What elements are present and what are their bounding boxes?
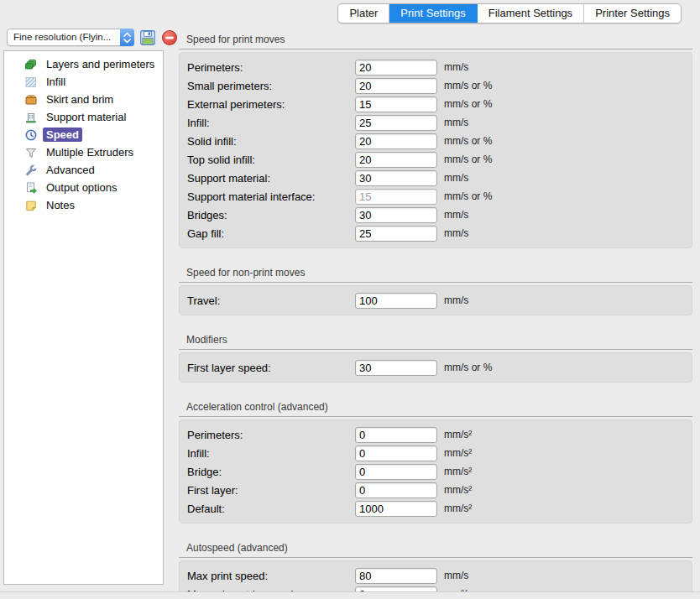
settings-tabbar: PlaterPrint SettingsFilament SettingsPri… [337, 3, 682, 23]
section-box: Travel:mm/s [179, 285, 692, 315]
settings-category-list: Layers and perimetersInfillSkirt and bri… [3, 50, 164, 585]
setting-row-infill: Infill:mm/s [180, 113, 692, 132]
section-box: Perimeters:mm/sSmall perimeters:mm/s or … [179, 52, 692, 248]
setting-label: Max print speed: [187, 570, 355, 582]
setting-row-support-material: Support material:mm/s [180, 169, 692, 187]
notes-icon [24, 199, 38, 212]
output-icon [24, 181, 38, 195]
field-bridges[interactable] [355, 207, 437, 223]
unit-label: mm/s or % [444, 98, 492, 110]
advanced-icon [24, 164, 38, 177]
sidebar-item-skirt-and-brim[interactable]: Skirt and brim [4, 91, 163, 108]
setting-label: Gap fill: [187, 227, 355, 240]
setting-label: Bridge: [187, 466, 355, 478]
field-gap-fill[interactable] [355, 226, 437, 242]
section-speed-for-non-print-moves: Speed for non-print movesTravel:mm/s [179, 267, 692, 315]
setting-row-external-perimeters: External perimeters:mm/s or % [180, 95, 692, 113]
section-title: Modifiers [179, 334, 692, 350]
field-small-perimeters[interactable] [355, 78, 437, 94]
setting-label: First layer: [187, 484, 355, 497]
field-infill[interactable] [355, 115, 437, 131]
setting-label: Infill: [187, 447, 355, 460]
field-travel[interactable] [355, 293, 437, 309]
sidebar-item-speed[interactable]: Speed [4, 126, 163, 143]
setting-row-perimeters: Perimeters:mm/s [180, 58, 692, 76]
setting-row-first-layer: First layer:mm/s² [180, 481, 692, 499]
preset-row: Fine resolution (Flyin... [7, 29, 178, 46]
setting-label: Default: [187, 503, 355, 515]
unit-label: mm/s² [444, 447, 472, 459]
preset-value: Fine resolution (Flyin... [8, 29, 120, 45]
unit-label: mm/s² [444, 484, 472, 496]
section-modifiers: ModifiersFirst layer speed:mm/s or % [179, 334, 692, 383]
extruders-icon [24, 146, 38, 159]
tab-printer-settings[interactable]: Printer Settings [584, 4, 681, 23]
unit-label: mm/s or % [444, 135, 492, 147]
sidebar-item-notes[interactable]: Notes [4, 196, 163, 214]
skirt-icon [24, 93, 38, 107]
field-support-material-interface [355, 189, 437, 205]
field-solid-infill[interactable] [355, 133, 437, 149]
delete-icon [161, 29, 178, 46]
unit-label: mm/s or % [444, 154, 492, 165]
sidebar-item-infill[interactable]: Infill [4, 73, 163, 91]
section-title: Speed for print moves [179, 34, 692, 49]
sidebar-item-layers-and-perimeters[interactable]: Layers and perimeters [4, 55, 163, 73]
unit-label: mm/s [444, 294, 468, 306]
unit-label: mm/s² [444, 503, 472, 514]
unit-label: mm/s [444, 570, 468, 581]
section-speed-for-print-moves: Speed for print movesPerimeters:mm/sSmal… [179, 34, 692, 248]
section-box: First layer speed:mm/s or % [179, 352, 692, 383]
field-infill[interactable] [355, 445, 437, 461]
window-footer [0, 591, 700, 599]
tab-filament-settings[interactable]: Filament Settings [478, 4, 584, 23]
field-default[interactable] [355, 501, 437, 517]
field-top-solid-infill[interactable] [355, 152, 437, 168]
section-title: Speed for non-print moves [179, 267, 692, 283]
preset-select[interactable]: Fine resolution (Flyin... [7, 29, 134, 46]
field-external-perimeters[interactable] [355, 96, 437, 112]
field-max-print-speed[interactable] [355, 568, 437, 584]
setting-label: Small perimeters: [187, 80, 355, 92]
setting-row-max-print-speed: Max print speed:mm/s [180, 566, 692, 585]
section-title: Acceleration control (advanced) [179, 401, 692, 417]
setting-row-infill: Infill:mm/s² [180, 444, 692, 462]
sidebar-item-multiple-extruders[interactable]: Multiple Extruders [4, 143, 163, 161]
chevron-up-down-icon[interactable] [120, 29, 134, 46]
delete-preset-button[interactable] [161, 29, 178, 46]
setting-row-small-perimeters: Small perimeters:mm/s or % [180, 76, 692, 95]
setting-label: Travel: [187, 294, 355, 307]
infill-icon [24, 76, 38, 89]
sidebar-item-label: Advanced [43, 163, 98, 177]
setting-label: Support material interface: [187, 190, 355, 203]
sidebar-item-label: Speed [43, 128, 82, 142]
field-first-layer[interactable] [355, 482, 437, 498]
field-bridge[interactable] [355, 464, 437, 480]
setting-row-support-material-interface: Support material interface:mm/s or % [180, 187, 692, 206]
setting-label: Infill: [187, 117, 355, 129]
sidebar-item-label: Support material [43, 110, 129, 124]
field-first-layer-speed[interactable] [355, 360, 437, 376]
section-title: Autospeed (advanced) [179, 542, 692, 558]
setting-row-bridge: Bridge:mm/s² [180, 462, 692, 481]
sidebar-item-advanced[interactable]: Advanced [4, 161, 163, 179]
field-perimeters[interactable] [355, 60, 437, 76]
setting-label: Bridges: [187, 209, 355, 221]
setting-label: Support material: [187, 172, 355, 185]
save-icon [139, 29, 156, 46]
field-support-material[interactable] [355, 170, 437, 186]
unit-label: mm/s² [444, 429, 472, 440]
sidebar-item-label: Notes [43, 198, 78, 212]
setting-row-default: Default:mm/s² [180, 499, 692, 518]
unit-label: mm/s or % [444, 80, 492, 91]
sidebar-item-support-material[interactable]: Support material [4, 108, 163, 126]
section-acceleration-control-advanced: Acceleration control (advanced)Perimeter… [179, 401, 692, 523]
sidebar-item-output-options[interactable]: Output options [4, 179, 163, 196]
sidebar-item-label: Multiple Extruders [43, 145, 137, 159]
tab-plater[interactable]: Plater [338, 4, 389, 23]
setting-row-travel: Travel:mm/s [180, 291, 692, 310]
setting-label: Top solid infill: [187, 154, 355, 166]
save-preset-button[interactable] [139, 29, 156, 46]
tab-print-settings[interactable]: Print Settings [389, 4, 477, 23]
field-perimeters[interactable] [355, 427, 437, 443]
